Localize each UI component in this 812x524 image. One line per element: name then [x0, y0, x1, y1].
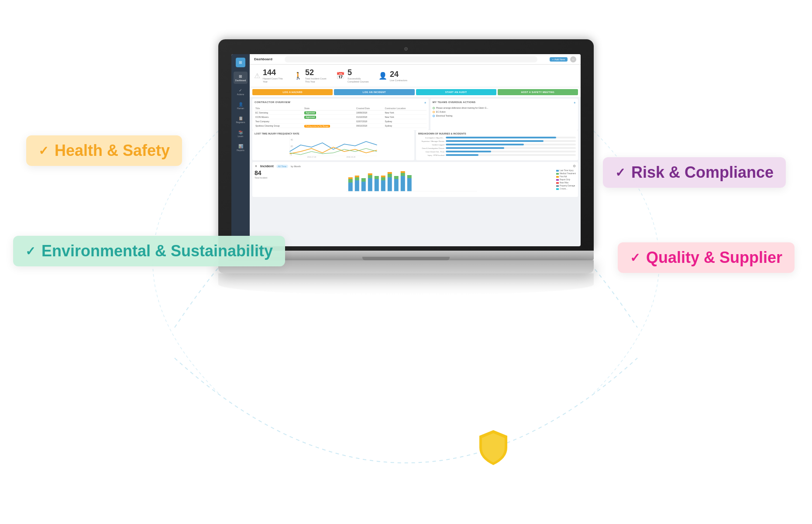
- bar-row: Incident Logged: [418, 143, 576, 146]
- sidebar-reports-label: Reports: [237, 149, 244, 152]
- search-bar[interactable]: [285, 56, 537, 62]
- sidebar-item-learn[interactable]: 📚 Learn: [234, 128, 248, 140]
- learn-icon: 📚: [238, 130, 243, 134]
- bar-row: Case Closed Out - From: [418, 150, 576, 153]
- svg-rect-25: [388, 174, 392, 177]
- overdue-plus-icon[interactable]: +: [574, 101, 576, 105]
- sidebar-registers-label: Registers: [236, 121, 245, 124]
- overdue-actions-panel: MY TEAMS OVERDUE ACTIONS + Please arrang…: [430, 99, 578, 130]
- incident-total-label: Total Incident: [255, 176, 267, 179]
- svg-text:2016-17-18: 2016-17-18: [307, 156, 317, 158]
- bar-label: Investigation / App Info...: [418, 137, 444, 139]
- table-row: ICON Movers Approved 01/10/2018 New York: [255, 115, 427, 119]
- bar-label: Case & Investigation Closure: [418, 147, 444, 149]
- svg-rect-27: [394, 179, 399, 191]
- action-text-1: Please arrange defensive driver training…: [436, 107, 489, 109]
- dashboard-icon: ⊞: [239, 74, 242, 79]
- contractor-panel: CONTRACTOR OVERVIEW + Title State Create…: [252, 99, 429, 130]
- incident-legend: Last Time Injury Medical Treatment First…: [556, 169, 576, 190]
- bar-track: [446, 147, 576, 149]
- row-location: New York: [384, 115, 427, 119]
- bottom-row: ▼ Incident All Time by Month ⚙ 84 T: [250, 162, 581, 199]
- incident-settings-icon[interactable]: ⚙: [573, 164, 576, 168]
- environmental-badge: ✓ Environmental & Sustainability: [13, 236, 285, 266]
- quality-label: Quality & Supplier: [646, 248, 782, 267]
- incident-filter-all[interactable]: All Time: [276, 165, 289, 168]
- safety-meeting-btn[interactable]: HOST A SAFETY MEETING: [498, 89, 578, 95]
- svg-rect-30: [401, 173, 405, 176]
- main-content: Dashboard + Add New U ⚠: [250, 54, 581, 246]
- sidebar-item-human[interactable]: 👤 Human: [234, 100, 248, 112]
- log-incident-btn[interactable]: LOG AN INCIDENT: [334, 89, 414, 95]
- sidebar-item-dashboard[interactable]: ⊞ Dashboard: [234, 72, 248, 84]
- env-label: Environmental & Sustainability: [41, 242, 273, 260]
- row-location: New York: [384, 110, 427, 115]
- contractor-plus-icon[interactable]: +: [424, 101, 427, 105]
- stat-hazard: ⚠ 144 Hazard Count This Year: [254, 68, 287, 83]
- svg-rect-22: [381, 177, 385, 180]
- row-state: Pending review by Site Manager: [303, 124, 355, 128]
- row-state: Approved: [303, 115, 355, 119]
- svg-rect-9: [348, 179, 353, 183]
- action-text-2: EC Action: [436, 110, 446, 113]
- row-title: Test Company: [255, 119, 303, 124]
- log-hazard-btn[interactable]: LOG A HAZARD: [252, 89, 333, 95]
- svg-rect-33: [407, 175, 412, 178]
- add-new-button[interactable]: + Add New: [550, 57, 568, 62]
- breakdown-bars: Investigation / App Info... Supervisor /…: [418, 136, 576, 158]
- contractor-title: CONTRACTOR OVERVIEW +: [255, 101, 427, 105]
- hazard-icon: ⚠: [254, 72, 260, 80]
- action-text-3: Electrical Testing: [436, 114, 452, 117]
- risk-compliance-badge: ✓ Risk & Compliance: [603, 157, 786, 188]
- sidebar-item-actions[interactable]: ✓ Actions: [234, 86, 248, 98]
- action-dot-3: [433, 115, 435, 117]
- svg-rect-12: [355, 177, 359, 180]
- camera: [404, 47, 408, 51]
- reports-icon: 📊: [238, 144, 243, 148]
- incident-panel: ▼ Incident All Time by Month ⚙ 84 T: [252, 162, 578, 197]
- stat-contractors: 👤 24 Live Contractors: [378, 68, 407, 83]
- svg-rect-29: [401, 176, 405, 191]
- table-row: Spotless Cleaning Group Pending review b…: [255, 124, 427, 128]
- ltifr-line-chart: 40 20 0 2016-17-18 2018-19-20: [255, 136, 412, 158]
- svg-rect-13: [355, 176, 359, 177]
- bar-label: Incident Logged: [418, 144, 444, 146]
- quality-supplier-badge: ✓ Quality & Supplier: [618, 242, 795, 273]
- actions-icon: ✓: [239, 88, 242, 93]
- bar-track: [446, 154, 576, 156]
- topbar-actions: + Add New U: [550, 56, 576, 62]
- action-dot-1: [433, 107, 435, 109]
- svg-rect-16: [368, 178, 372, 191]
- svg-rect-23: [381, 176, 385, 177]
- bar-fill: [446, 151, 491, 152]
- svg-rect-20: [375, 176, 379, 179]
- contractors-label: Live Contractors: [390, 79, 407, 82]
- svg-rect-28: [394, 176, 399, 179]
- sidebar-item-registers[interactable]: 📋 Registers: [234, 114, 248, 126]
- row-location: Sydney: [384, 119, 427, 124]
- panels-area: CONTRACTOR OVERVIEW + Title State Create…: [250, 97, 581, 130]
- bar-fill: [446, 144, 524, 145]
- overdue-action-item: Please arrange defensive driver training…: [433, 107, 576, 109]
- sidebar-item-reports[interactable]: 📊 Reports: [234, 141, 248, 154]
- health-safety-check: ✓: [38, 144, 48, 158]
- col-location: Contractor Location: [384, 107, 427, 110]
- sidebar-logo: ⊞: [236, 58, 245, 67]
- hazard-count: 144: [263, 68, 287, 77]
- charts-row: LOST TIME INJURY FREQUENCY RATE: [250, 130, 581, 162]
- hazard-label: Hazard Count This Year: [263, 77, 287, 83]
- registers-icon: 📋: [238, 116, 243, 121]
- row-location: Sydney: [384, 124, 427, 128]
- start-audit-btn[interactable]: START AN AUDIT: [416, 89, 496, 95]
- svg-rect-15: [361, 178, 366, 182]
- row-date: 02/07/2018: [355, 119, 384, 124]
- user-avatar: U: [570, 56, 576, 62]
- bar-fill: [446, 147, 504, 149]
- laptop-reflection: [218, 273, 594, 295]
- courses-icon: 📅: [336, 72, 345, 80]
- svg-rect-10: [348, 177, 353, 179]
- svg-rect-8: [348, 183, 353, 191]
- screen-bezel: ⊞ ⊞ Dashboard ✓ Actions 👤 Human: [218, 39, 594, 251]
- risk-compliance-label: Risk & Compliance: [631, 163, 774, 182]
- bar-row: Injury - RTW Involved: [418, 154, 576, 156]
